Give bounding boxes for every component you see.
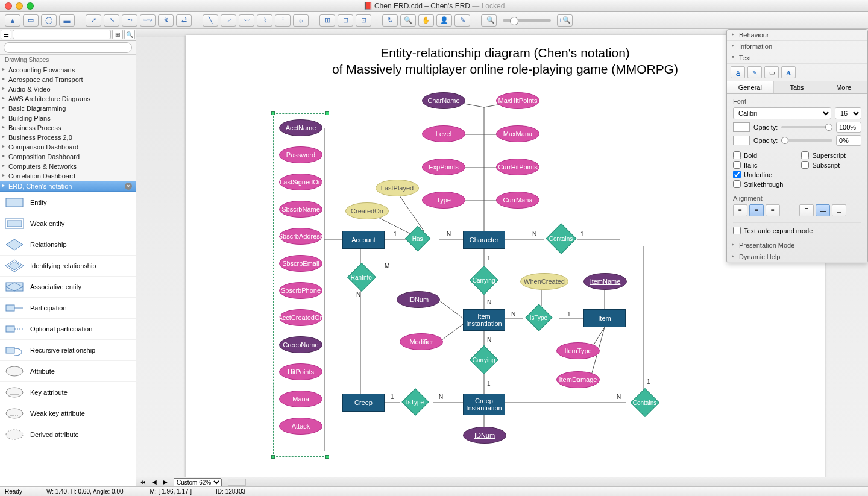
attr-charname[interactable]: CharName: [422, 92, 465, 109]
connector-tool-4[interactable]: ⟿: [140, 14, 156, 27]
attr-attack[interactable]: Attack: [279, 418, 322, 435]
attr-createdon[interactable]: CreatedOn: [345, 202, 389, 219]
attr-creepname[interactable]: CreepName: [279, 336, 322, 353]
tab-tabs[interactable]: Tabs: [774, 81, 821, 93]
stamp-tool[interactable]: 👤: [436, 14, 452, 27]
shape-attribute[interactable]: Attribute: [0, 361, 136, 382]
eyedropper-tool[interactable]: ✎: [454, 14, 470, 27]
font-tool[interactable]: A: [781, 66, 796, 78]
connector-tool-6[interactable]: ⇄: [176, 14, 192, 27]
line-tool-1[interactable]: ╲: [203, 14, 218, 27]
valign-top[interactable]: ⎺: [799, 204, 814, 216]
attr-currmana[interactable]: CurrMana: [496, 192, 539, 209]
category-item[interactable]: Basic Diagramming: [0, 104, 136, 113]
shape-opt-participation[interactable]: Optional participation: [0, 319, 136, 340]
acc-behaviour[interactable]: Behaviour: [727, 30, 867, 41]
category-item[interactable]: Aerospace and Transport: [0, 75, 136, 84]
strike-checkbox[interactable]: Strikethrough: [733, 180, 783, 188]
group-tool-3[interactable]: ⊡: [356, 14, 371, 27]
attr-acctcreatedon[interactable]: AcctCreatedOn: [279, 309, 322, 326]
line-tool-6[interactable]: ⟐: [293, 14, 309, 27]
category-item[interactable]: Business Process 2,0: [0, 133, 136, 142]
font-size-select[interactable]: 16: [835, 107, 861, 119]
sidebar-filter-input[interactable]: [13, 30, 111, 39]
valign-bottom[interactable]: ⎽: [832, 204, 846, 216]
category-item[interactable]: Building Plans: [0, 113, 136, 123]
tab-more[interactable]: More: [820, 81, 867, 93]
zoom-in-button[interactable]: +🔍: [557, 14, 573, 27]
align-center[interactable]: ≡: [749, 204, 764, 216]
attr-acctname[interactable]: AcctName: [279, 119, 322, 136]
rel-contains-2[interactable]: Contains: [631, 388, 659, 417]
text-opacity-slider[interactable]: [781, 126, 832, 128]
bg-opacity-slider[interactable]: [781, 139, 832, 142]
shape-weak-key[interactable]: Weak key attribute: [0, 403, 136, 424]
attr-exppoints[interactable]: ExpPoints: [422, 159, 465, 175]
acc-information[interactable]: Information: [727, 41, 867, 52]
category-item[interactable]: Composition Dashboard: [0, 152, 136, 162]
attr-currhitpoints[interactable]: CurrHitPoints: [496, 159, 539, 175]
align-left[interactable]: ≡: [733, 204, 747, 216]
attr-mana[interactable]: Mana: [279, 391, 322, 407]
bg-color-swatch[interactable]: [733, 136, 750, 145]
sidebar-tree-button[interactable]: ☰: [1, 30, 11, 39]
attr-level[interactable]: Level: [422, 125, 465, 142]
text-tool[interactable]: ▬: [59, 14, 75, 27]
attr-itemtype[interactable]: ItemType: [556, 342, 600, 359]
group-tool-2[interactable]: ⊟: [338, 14, 353, 27]
ellipse-tool[interactable]: ◯: [41, 14, 57, 27]
shape-key-attribute[interactable]: Key attribute: [0, 382, 136, 403]
sidebar-search-input[interactable]: [4, 42, 132, 53]
acc-dynamic-help[interactable]: Dynamic Help: [727, 251, 867, 263]
attr-lastplayed[interactable]: LastPlayed: [376, 180, 419, 196]
line-tool-4[interactable]: ⌇: [257, 14, 272, 27]
shape-recursive[interactable]: Recursive relationship: [0, 340, 136, 361]
attr-sbscrbname[interactable]: SbscrbName: [279, 201, 322, 218]
valign-middle[interactable]: —: [816, 204, 830, 216]
hand-tool[interactable]: ✋: [418, 14, 434, 27]
text-opacity-input[interactable]: [836, 122, 861, 133]
line-tool-5[interactable]: ⋮: [275, 14, 291, 27]
connector-tool-2[interactable]: ⤡: [104, 14, 119, 27]
shape-id-relationship[interactable]: Identifying relationship: [0, 256, 136, 277]
shape-participation[interactable]: Participation: [0, 298, 136, 319]
nav-next-icon[interactable]: ▶: [163, 479, 168, 485]
tab-general[interactable]: General: [727, 81, 774, 93]
category-item[interactable]: Correlation Dashboard: [0, 171, 136, 181]
acc-text[interactable]: Text: [727, 52, 867, 64]
zoom-slider[interactable]: [503, 19, 551, 22]
category-item[interactable]: Audio & Video: [0, 84, 136, 94]
entity-creep-inst[interactable]: Creep Instantiation: [463, 394, 505, 415]
line-tool-2[interactable]: ⟋: [221, 14, 236, 27]
align-right[interactable]: ≡: [766, 204, 780, 216]
bold-checkbox[interactable]: Bold: [733, 151, 783, 159]
rel-istype-2[interactable]: IsType: [401, 388, 429, 415]
shape-derived[interactable]: Derived attribute: [0, 424, 136, 445]
superscript-checkbox[interactable]: Superscript: [801, 151, 846, 159]
category-item-active[interactable]: ERD, Chen's notation ×: [0, 181, 136, 192]
attr-maxmana[interactable]: MaxMana: [496, 125, 539, 142]
category-item[interactable]: Computers & Networks: [0, 162, 136, 171]
attr-type[interactable]: Type: [422, 192, 465, 209]
shape-weak-entity[interactable]: Weak entity: [0, 213, 136, 234]
zoom-select[interactable]: Custom 62%: [174, 478, 222, 486]
attr-password[interactable]: Password: [279, 146, 322, 163]
attr-itemname[interactable]: ItemName: [583, 273, 627, 290]
attr-whencreated[interactable]: WhenCreated: [520, 273, 568, 290]
attr-lastsignedon[interactable]: LastSignedOn: [279, 174, 322, 190]
connector-tool-3[interactable]: ⤳: [122, 14, 137, 27]
subscript-checkbox[interactable]: Subscript: [801, 161, 846, 169]
nav-first-icon[interactable]: ⏮: [140, 479, 146, 485]
attr-sbscrbemail[interactable]: SbscrbEmail: [279, 255, 322, 272]
attr-hitpoints[interactable]: HitPoints: [279, 363, 322, 380]
entity-character[interactable]: Character: [463, 231, 505, 249]
bg-tool[interactable]: ▭: [764, 66, 779, 78]
entity-item-inst[interactable]: Item Instantiation: [463, 309, 505, 331]
rel-carrying-1[interactable]: Carrying: [470, 266, 498, 295]
close-category-icon[interactable]: ×: [125, 183, 132, 190]
italic-checkbox[interactable]: Italic: [733, 161, 783, 169]
attr-itemdamage[interactable]: ItemDamage: [556, 371, 600, 388]
rel-carrying-2[interactable]: Carrying: [470, 345, 498, 374]
connector-tool-5[interactable]: ↯: [158, 14, 174, 27]
attr-modifier[interactable]: Modifier: [400, 333, 443, 350]
